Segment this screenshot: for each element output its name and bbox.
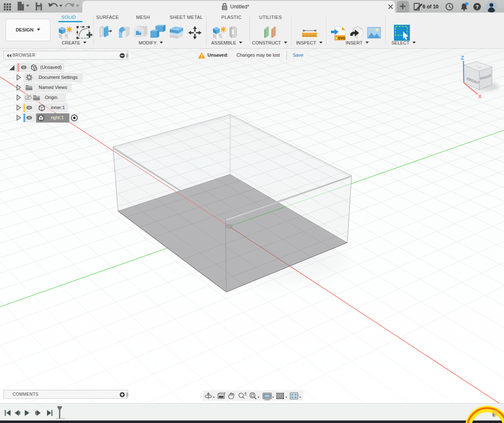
svg-text:SVG: SVG [338,36,346,40]
svg-text:X: X [478,93,482,99]
svg-text:?: ? [475,4,478,10]
svg-text:Z: Z [461,55,464,61]
